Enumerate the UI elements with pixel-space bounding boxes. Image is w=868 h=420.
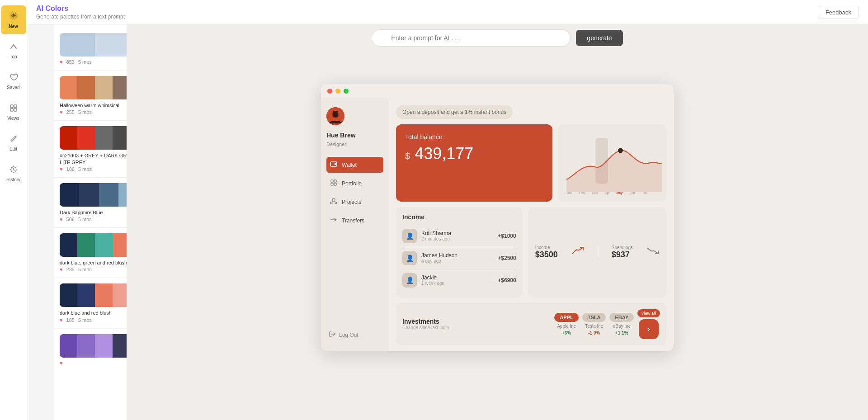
portfolio-icon (329, 179, 338, 188)
palette-name-4: Dark Sapphire Blue (60, 209, 103, 216)
balance-chart: Jan Feb Mar Apr May Jun Jul (562, 129, 662, 197)
balance-amount: $ 439,177 (405, 144, 543, 163)
svg-text:Jun: Jun (630, 191, 635, 195)
inv-change-ebay: +1.1% (615, 330, 628, 335)
palette-name-6: dark blue and red blush (60, 310, 112, 316)
balance-value: 439,177 (415, 144, 473, 163)
heart-icon-p7: ♥ (60, 360, 63, 366)
sidebar-item-top-label: Top (9, 54, 17, 59)
svg-rect-3 (14, 105, 17, 108)
palette-age-6: 5 mos (78, 317, 92, 323)
svg-rect-17 (331, 180, 333, 182)
main-content: Hue Brew Designer Wallet Portfolio (127, 25, 868, 420)
income-card: Income 👤 Kriti Sharma 2 minutes ago +$10… (396, 207, 523, 297)
svg-rect-14 (333, 111, 338, 117)
inv-tag-appl: APPL (554, 313, 578, 322)
prompt-wrapper (372, 29, 571, 47)
menu-item-projects[interactable]: Projects (326, 194, 383, 210)
svg-text:☀: ☀ (10, 12, 17, 19)
palette-likes-2: 255 (66, 109, 75, 115)
nav-sidebar: ☀ New Top Saved Views Edit History (0, 0, 27, 420)
income-amount-1: +$1000 (498, 233, 516, 239)
bottom-row: Investments Change since last login APPL… (396, 303, 666, 345)
window-close-dot[interactable] (327, 89, 332, 94)
sidebar-item-history[interactable]: History (1, 159, 26, 188)
inv-change-appl: +3% (562, 330, 571, 335)
income-title: Income (402, 213, 516, 221)
svg-point-27 (618, 148, 623, 153)
svg-point-22 (330, 202, 332, 204)
income-info-2: James Hudson 4 day ago (421, 252, 493, 264)
top-icon (9, 42, 18, 53)
palette-likes-3: 186 (66, 166, 75, 172)
palette-age-4: 5 mos (78, 217, 92, 222)
income-time-1: 2 minutes ago (421, 236, 493, 241)
inv-company-ebay: eBay Inc (613, 324, 631, 329)
heart-icon-p4: ♥ (60, 217, 63, 222)
view-all-button[interactable]: › (639, 319, 659, 339)
prompt-input[interactable] (372, 29, 571, 47)
palette-age-5: 5 mos (78, 267, 92, 272)
svg-text:Mar: Mar (592, 191, 598, 195)
palette-name-5: dark blue, green and red blush (60, 260, 127, 266)
svg-point-23 (335, 202, 337, 204)
stats-card: Income $3500 Spendings $937 (528, 207, 666, 297)
transfers-icon (329, 216, 338, 225)
svg-rect-16 (335, 163, 336, 165)
income-avatar-2: 👤 (402, 251, 417, 265)
heart-icon-p3: ♥ (60, 166, 63, 172)
svg-text:Jul: Jul (643, 191, 648, 195)
banner: Open a deposit and get a 1% instant bonu… (396, 105, 513, 119)
palette-name-2: Halloween warm whimsical (60, 102, 119, 109)
investments-card: Investments Change since last login APPL… (396, 303, 666, 345)
app-brand: AI Colors Generate palettes from a text … (36, 5, 125, 20)
svg-rect-2 (10, 105, 13, 108)
investments-subtitle: Change since last login (402, 325, 554, 330)
income-avatar-1: 👤 (402, 229, 417, 243)
sidebar-item-edit[interactable]: Edit (1, 128, 26, 157)
sidebar-item-views[interactable]: Views (1, 98, 26, 127)
income-name-2: James Hudson (421, 252, 493, 259)
palette-likes-5: 235 (66, 267, 75, 272)
sidebar-item-saved[interactable]: Saved (1, 67, 26, 96)
balance-currency: $ (405, 151, 410, 161)
income-info-1: Kriti Sharma 2 minutes ago (421, 230, 493, 241)
svg-line-25 (334, 201, 336, 202)
window-minimize-dot[interactable] (335, 89, 340, 94)
inv-company-tsla: Tesla Inc (585, 324, 603, 329)
balance-card: Total balance $ 439,177 (396, 124, 552, 202)
sidebar-item-top[interactable]: Top (1, 36, 26, 65)
feedback-button[interactable]: Feedback (818, 6, 859, 19)
investments-title: Investments (402, 318, 554, 325)
heart-icon-p2: ♥ (60, 109, 63, 115)
balance-label: Total balance (405, 133, 543, 141)
svg-rect-20 (334, 183, 336, 185)
stats-divider (598, 245, 598, 259)
investments-label: Investments Change since last login (402, 318, 554, 330)
heart-icon (9, 73, 18, 84)
svg-rect-18 (334, 180, 336, 182)
logout-label: Log Out (339, 332, 359, 338)
svg-text:Feb: Feb (579, 191, 585, 195)
logout-button[interactable]: Log Out (326, 327, 383, 342)
menu-item-transfers[interactable]: Transfers (326, 212, 383, 228)
sidebar-item-new[interactable]: ☀ New (1, 5, 26, 34)
income-amount-3: +$6900 (498, 277, 516, 283)
inv-change-tsla: -1.9% (588, 330, 600, 335)
svg-rect-5 (14, 109, 17, 111)
chart-card: Jan Feb Mar Apr May Jun Jul (558, 124, 666, 202)
window-maximize-dot[interactable] (344, 89, 349, 94)
menu-item-wallet[interactable]: Wallet (326, 157, 383, 173)
palette-likes-4: 506 (66, 217, 75, 222)
income-item-2: 👤 James Hudson 4 day ago +$2500 (402, 247, 516, 269)
menu-item-portfolio[interactable]: Portfolio (326, 175, 383, 191)
generate-button[interactable]: generate (576, 30, 623, 46)
middle-row: Income 👤 Kriti Sharma 2 minutes ago +$10… (396, 207, 666, 297)
svg-point-21 (332, 198, 335, 201)
svg-line-24 (331, 201, 334, 202)
sidebar-item-new-label: New (9, 24, 18, 29)
heart-icon-p5: ♥ (60, 267, 63, 272)
income-name-3: Jackie (421, 274, 493, 281)
income-item-3: 👤 Jackie 1 week ago +$6900 (402, 269, 516, 291)
sidebar-item-edit-label: Edit (9, 146, 17, 151)
